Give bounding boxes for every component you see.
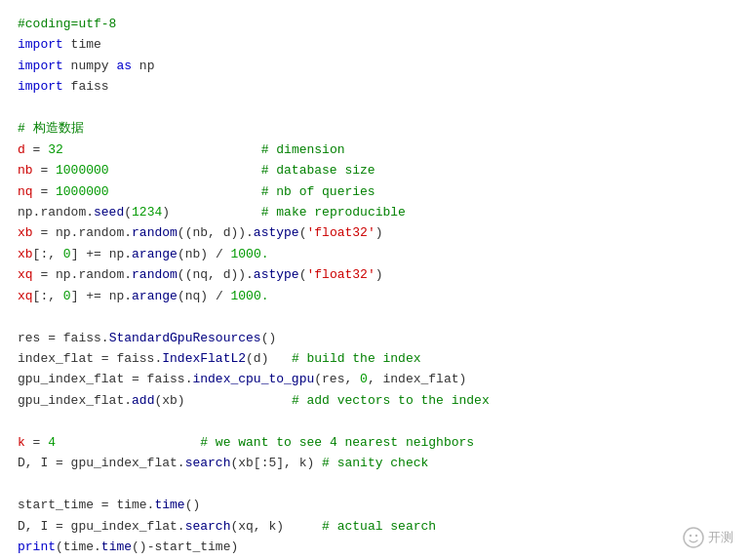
code-line-18: gpu_index_flat = faiss.index_cpu_to_gpu(… [18,369,733,389]
code-line-16: res = faiss.StandardGpuResources() [18,328,733,348]
code-line-4: import faiss [18,76,733,97]
code-line-15 [18,306,733,327]
code-line-17: index_flat = faiss.IndexFlatL2(d) # buil… [18,348,733,369]
code-line-8: nb = 1000000 # database size [18,160,733,180]
code-line-6: # 构造数据 [18,118,733,139]
svg-point-0 [684,528,703,547]
watermark-text: 开测 [708,527,733,547]
code-line-5 [18,98,733,118]
code-line-20 [18,411,733,431]
code-line-3: import numpy as np [18,56,733,76]
code-line-2: import time [18,34,733,55]
code-line-24: start_time = time.time() [18,495,733,515]
code-line-12: xb[:, 0] += np.arange(nb) / 1000. [18,244,733,264]
code-line-19: gpu_index_flat.add(xb) # add vectors to … [18,390,733,411]
watermark-icon [683,527,704,548]
code-line-21: k = 4 # we want to see 4 nearest neighbo… [18,432,733,453]
code-line-7: d = 32 # dimension [18,140,733,160]
code-line-10: np.random.seed(1234) # make reproducible [18,202,733,222]
code-line-26: print(time.time()-start_time) [18,537,733,557]
code-line-23 [18,474,733,495]
code-editor: #coding=utf-8 import time import numpy a… [0,0,751,560]
code-line-11: xb = np.random.random((nb, d)).astype('f… [18,222,733,243]
code-line-9: nq = 1000000 # nb of queries [18,181,733,202]
code-line-22: D, I = gpu_index_flat.search(xb[:5], k) … [18,453,733,473]
code-line-1: #coding=utf-8 [18,14,733,34]
code-line-25: D, I = gpu_index_flat.search(xq, k) # ac… [18,516,733,537]
svg-point-2 [695,535,697,537]
svg-point-1 [690,535,692,537]
watermark: 开测 [683,527,733,548]
code-line-13: xq = np.random.random((nq, d)).astype('f… [18,264,733,285]
code-line-14: xq[:, 0] += np.arange(nq) / 1000. [18,286,733,306]
